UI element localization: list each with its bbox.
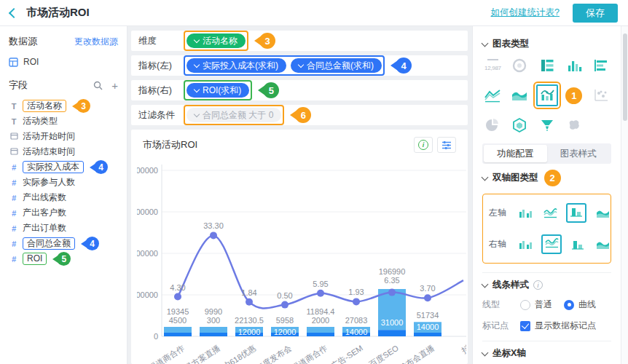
left-axis-line-icon[interactable] bbox=[541, 206, 559, 221]
search-icon[interactable] bbox=[93, 81, 103, 90]
field-item-roi[interactable]: # ROI 5 bbox=[9, 252, 118, 266]
radio-normal[interactable] bbox=[520, 300, 530, 310]
field-item-orders[interactable]: # 产出订单数 bbox=[9, 221, 118, 235]
callout-badge-4: 4 bbox=[390, 58, 412, 74]
svg-text:场景方案直播: 场景方案直播 bbox=[176, 344, 221, 364]
chart-type-kpi[interactable]: 12,987 bbox=[484, 59, 501, 73]
callout-badge-5: 5 bbox=[52, 252, 71, 266]
radio-curve-selected[interactable] bbox=[564, 300, 574, 310]
change-datasource-link[interactable]: 更改数据源 bbox=[74, 36, 118, 48]
field-item-actual-cost[interactable]: # 实际投入成本 4 bbox=[9, 160, 118, 174]
highlight-box: 合同总金额 大于 0 bbox=[184, 105, 284, 125]
right-axis-area-icon[interactable] bbox=[594, 237, 611, 252]
save-button[interactable]: 保存 bbox=[573, 4, 618, 23]
chart-type-scatter[interactable] bbox=[593, 88, 609, 103]
chevron-down-icon bbox=[194, 86, 200, 92]
combo-chart[interactable]: 0200000400000600000800000193454500999030… bbox=[137, 156, 466, 364]
right-axis-grouped-column-icon[interactable] bbox=[517, 237, 534, 252]
dual-axis-section-header[interactable]: 双轴图类型 2 bbox=[482, 170, 611, 186]
field-item-contract-amount[interactable]: # 合同总金额 4 bbox=[9, 237, 118, 250]
dimension-pill[interactable]: 活动名称 bbox=[187, 33, 246, 48]
field-item-start-time[interactable]: 活动开始时间 bbox=[9, 130, 118, 143]
metric-pill-cost[interactable]: 实际投入成本(求和) bbox=[187, 58, 286, 73]
chart-type-radar[interactable] bbox=[511, 117, 527, 133]
left-axis-grouped-column-icon[interactable] bbox=[517, 206, 534, 221]
filter-settings-icon bbox=[441, 141, 452, 149]
right-axis-line-icon-selected[interactable] bbox=[541, 234, 562, 254]
settings-button[interactable] bbox=[437, 137, 456, 153]
svg-text:2000: 2000 bbox=[312, 316, 329, 325]
field-item-customers[interactable]: # 产出客户数 bbox=[9, 206, 118, 220]
chart-type-funnel[interactable] bbox=[539, 118, 555, 132]
info-icon: i bbox=[418, 140, 428, 150]
radio-curve-label: 曲线 bbox=[578, 298, 596, 311]
metric-pill-roi[interactable]: ROI(求和) bbox=[187, 83, 249, 98]
number-type-icon: # bbox=[9, 178, 19, 187]
filter-label: 过滤条件 bbox=[138, 109, 184, 122]
scrollbar-thumb[interactable] bbox=[623, 33, 627, 121]
chart-type-gauge[interactable] bbox=[511, 58, 527, 74]
callout-badge-1: 1 bbox=[565, 87, 582, 104]
callout-badge-4: 4 bbox=[90, 160, 108, 174]
chart-type-area[interactable] bbox=[511, 88, 528, 103]
add-field-icon[interactable]: + bbox=[111, 80, 118, 91]
tab-chart-style[interactable]: 图表样式 bbox=[547, 145, 611, 162]
chart-type-bar[interactable] bbox=[593, 58, 609, 73]
chart-type-pie[interactable] bbox=[484, 117, 501, 133]
back-icon[interactable] bbox=[9, 7, 19, 17]
help-link[interactable]: 如何创建统计表? bbox=[491, 7, 560, 19]
panel-tabs: 功能配置 图表样式 bbox=[482, 143, 611, 164]
svg-text:1.84: 1.84 bbox=[241, 288, 256, 297]
metric-pill-contract[interactable]: 合同总金额(求和) bbox=[291, 58, 382, 73]
svg-text:0: 0 bbox=[154, 332, 158, 341]
chart-type-line[interactable] bbox=[484, 88, 501, 103]
highlight-box: ROI(求和) bbox=[184, 80, 252, 100]
field-item-activity-type[interactable]: T 活动类型 bbox=[9, 114, 118, 128]
checkbox-label: 显示数据标记点 bbox=[535, 320, 596, 332]
datasource-name: ROI bbox=[23, 57, 39, 67]
xaxis-section-header[interactable]: 坐标X轴 bbox=[482, 347, 611, 360]
table-icon bbox=[9, 58, 18, 67]
svg-text:27083: 27083 bbox=[345, 316, 368, 325]
svg-text:4500: 4500 bbox=[169, 316, 187, 325]
chart-type-section-header[interactable]: 图表类型 bbox=[482, 38, 611, 50]
svg-text:22130.5: 22130.5 bbox=[235, 316, 264, 325]
highlight-box: 实际投入成本(求和) 合同总金额(求和) bbox=[184, 55, 385, 76]
text-type-icon: T bbox=[9, 102, 19, 111]
fields-label: 字段 bbox=[9, 79, 28, 92]
radio-normal-label: 普通 bbox=[535, 298, 552, 311]
chart-type-combo-selected[interactable] bbox=[536, 84, 558, 106]
right-axis-label: 右轴 bbox=[489, 238, 509, 250]
checkbox-show-markers-checked[interactable] bbox=[520, 321, 530, 331]
datasource-label: 数据源 bbox=[9, 35, 37, 48]
field-item-participants[interactable]: # 实际参与人数 bbox=[9, 175, 118, 189]
left-axis-column-icon-selected[interactable] bbox=[566, 203, 586, 223]
left-axis-label: 左轴 bbox=[489, 207, 509, 219]
chart-type-map[interactable] bbox=[566, 118, 582, 132]
right-axis-column-icon[interactable] bbox=[569, 237, 586, 252]
field-item-end-time[interactable]: 活动结束时间 bbox=[9, 145, 118, 159]
callout-badge-3: 3 bbox=[72, 99, 90, 113]
info-icon: i bbox=[533, 280, 543, 290]
field-item-leads[interactable]: # 产出线索数 bbox=[9, 191, 118, 205]
chart-type-column[interactable] bbox=[566, 58, 582, 73]
datasource-item-roi[interactable]: ROI bbox=[9, 57, 118, 67]
svg-text:14000: 14000 bbox=[345, 328, 368, 336]
svg-text:200000: 200000 bbox=[137, 290, 158, 299]
svg-text:11894.4: 11894.4 bbox=[307, 307, 335, 316]
field-highlight-box: 实际投入成本 bbox=[23, 161, 84, 173]
svg-text:12000: 12000 bbox=[274, 328, 297, 336]
filter-pill[interactable]: 合同总金额 大于 0 bbox=[187, 108, 281, 122]
svg-text:5.95: 5.95 bbox=[313, 280, 328, 288]
line-style-section-header[interactable]: 线条样式 i bbox=[482, 279, 611, 291]
svg-text:31000: 31000 bbox=[381, 318, 404, 327]
tab-function-config[interactable]: 功能配置 bbox=[484, 145, 547, 162]
info-button[interactable]: i bbox=[414, 137, 433, 153]
chart-type-table[interactable] bbox=[539, 58, 555, 73]
chevron-down-icon bbox=[482, 173, 489, 181]
right-axis-row: 右轴 bbox=[489, 234, 605, 254]
field-item-activity-name[interactable]: T 活动名称 3 bbox=[9, 99, 118, 113]
number-type-icon: # bbox=[9, 209, 19, 218]
left-axis-area-icon[interactable] bbox=[594, 206, 611, 221]
config-row-dimension: 维度 活动名称 3 bbox=[131, 31, 468, 51]
